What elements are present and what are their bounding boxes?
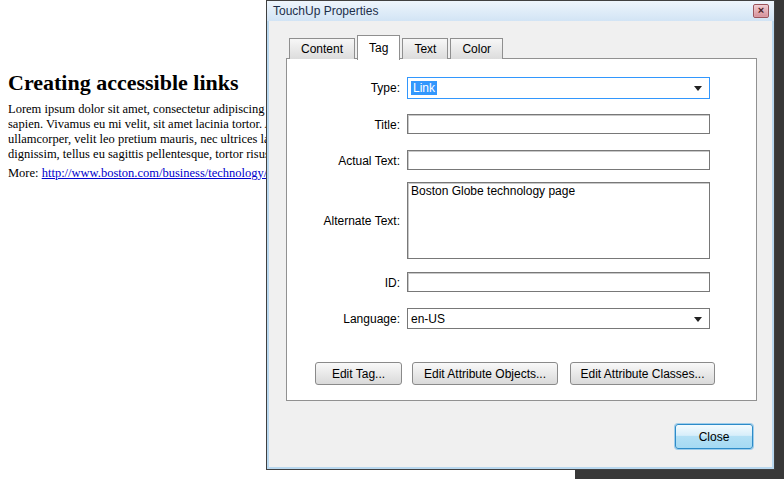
edit-tag-button[interactable]: Edit Tag... [315,362,402,385]
tab-bar: Content Tag Text Color [289,34,505,59]
touchup-properties-dialog: TouchUp Properties × Content Tag Text Co… [266,0,775,470]
document-paragraph: Lorem ipsum dolor sit amet, consectetur … [8,102,266,162]
id-input[interactable] [407,272,710,292]
tag-tab-panel: Type: Link Title: Actual Text: Alternate… [286,58,757,401]
language-label: Language: [287,312,400,326]
actual-text-label: Actual Text: [287,154,400,168]
document-more-line: More: http://www.boston.com/business/tec… [8,166,266,181]
dialog-titlebar[interactable]: TouchUp Properties × [267,1,774,21]
document-page: Creating accessible links Lorem ipsum do… [0,0,266,479]
id-label: ID: [287,276,400,290]
tab-text[interactable]: Text [402,38,448,59]
alternate-text-textarea[interactable]: Boston Globe technology page [407,182,710,259]
tab-content[interactable]: Content [289,38,355,59]
chevron-down-icon[interactable] [694,317,702,322]
more-label: More: [8,166,42,180]
type-label: Type: [287,81,400,95]
paragraph-line: sapien. Vivamus eu mi velit, sit amet la… [8,117,266,132]
title-label: Title: [287,118,400,132]
edit-attribute-objects-button[interactable]: Edit Attribute Objects... [412,362,558,385]
type-selected-value: Link [411,81,437,95]
dialog-title: TouchUp Properties [267,4,378,18]
tab-tag[interactable]: Tag [357,35,400,60]
document-heading: Creating accessible links [8,70,266,96]
tab-color[interactable]: Color [450,38,503,59]
language-selected-value: en-US [411,312,445,326]
document-hyperlink[interactable]: http://www.boston.com/business/technolog… [42,166,266,180]
actual-text-input[interactable] [407,150,710,170]
close-icon[interactable]: × [753,4,769,18]
type-select[interactable]: Link [407,77,710,99]
chevron-down-icon[interactable] [694,86,702,91]
paragraph-line: ullamcorper, velit leo pretium mauris, n… [8,132,266,147]
dialog-body: Content Tag Text Color Type: Link Title:… [269,21,772,467]
edit-attribute-classes-button[interactable]: Edit Attribute Classes... [570,362,715,385]
alternate-text-label: Alternate Text: [287,214,400,228]
paragraph-line: dignissim, tellus eu sagittis pellentesq… [8,147,266,162]
paragraph-line: Lorem ipsum dolor sit amet, consectetur … [8,102,266,117]
close-button[interactable]: Close [675,424,753,449]
language-select[interactable]: en-US [407,308,710,329]
title-input[interactable] [407,114,710,134]
